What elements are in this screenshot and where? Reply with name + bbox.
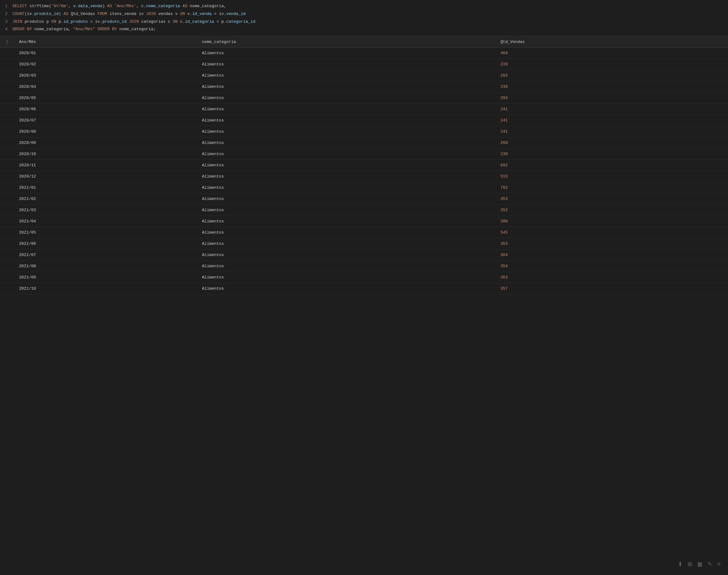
- cell-anomes: 2021/03: [14, 205, 197, 216]
- cell-anomes: 2021/02: [14, 194, 197, 205]
- sql-token: nome_categoria: [146, 4, 180, 8]
- row-menu-cell[interactable]: [0, 137, 14, 148]
- line-number: 4: [0, 26, 12, 33]
- table-view-button[interactable]: ⊞: [686, 560, 693, 569]
- cell-qtdvendas: 545: [495, 227, 728, 238]
- sql-token: AS: [64, 11, 69, 16]
- table-row: 2020/09Alimentos268: [0, 137, 728, 148]
- cell-anomes: 2021/10: [14, 283, 197, 294]
- row-menu-cell[interactable]: [0, 238, 14, 249]
- cell-qtdvendas: 363: [495, 272, 728, 283]
- cell-qtdvendas: 265: [495, 70, 728, 81]
- sql-token: id_produto: [64, 19, 88, 24]
- col-anomes-header[interactable]: Ano/Mês: [14, 36, 197, 48]
- sql-token: Qtd_Vendas: [68, 11, 98, 16]
- table-row: 2020/04Alimentos236: [0, 81, 728, 93]
- sql-token: COUNT: [12, 11, 25, 16]
- row-menu-cell[interactable]: [0, 48, 14, 59]
- cell-anomes: 2020/09: [14, 137, 197, 148]
- row-menu-cell[interactable]: [0, 205, 14, 216]
- row-menu-cell[interactable]: [0, 70, 14, 81]
- sql-line: 1SELECT strftime('%Y/%m', v.data_venda) …: [0, 2, 728, 10]
- sql-token: JOIN: [12, 19, 22, 24]
- bottom-toolbar: ⬇ ⊞ ▦ ✎ ≡: [677, 560, 722, 569]
- row-menu-cell[interactable]: [0, 81, 14, 93]
- table-row: 2020/11Alimentos692: [0, 160, 728, 171]
- cell-anomes: 2020/07: [14, 115, 197, 126]
- sql-token: strftime(: [27, 4, 51, 8]
- sql-token: c.: [178, 19, 185, 24]
- sql-token: , c.: [136, 4, 146, 8]
- col-qtdvendas-header[interactable]: Qtd_Vendas: [495, 36, 728, 48]
- sql-token: "Ano/Mês": [73, 27, 95, 31]
- row-menu-cell[interactable]: [0, 249, 14, 261]
- sql-token: produto_id: [34, 11, 59, 16]
- row-menu-cell[interactable]: [0, 182, 14, 194]
- cell-categoria: Alimentos: [197, 93, 495, 104]
- cell-qtdvendas: 268: [495, 137, 728, 148]
- cell-anomes: 2021/01: [14, 182, 197, 194]
- row-menu-cell[interactable]: [0, 283, 14, 294]
- table-row: 2020/12Alimentos515: [0, 171, 728, 182]
- sql-editor: 1SELECT strftime('%Y/%m', v.data_venda) …: [0, 0, 728, 36]
- sql-token: categorias c: [139, 19, 173, 24]
- cell-qtdvendas: 353: [495, 194, 728, 205]
- sql-token: ON: [173, 19, 178, 24]
- sql-token: id_categoria: [185, 19, 214, 24]
- cell-categoria: Alimentos: [197, 70, 495, 81]
- sql-line: 2COUNT(iv.produto_id) AS Qtd_Vendas FROM…: [0, 10, 728, 18]
- table-row: 2020/02Alimentos239: [0, 59, 728, 70]
- sql-token: AS: [182, 4, 187, 8]
- row-menu-cell[interactable]: [0, 171, 14, 182]
- cell-categoria: Alimentos: [197, 126, 495, 137]
- more-menu-button[interactable]: ≡: [716, 560, 722, 569]
- sql-line-content: GROUP BY nome_categoria, "Ano/Mês" ORDER…: [12, 26, 728, 33]
- col-categoria-header[interactable]: nome_categoria: [197, 36, 495, 48]
- sql-token: ON: [180, 11, 185, 16]
- cell-qtdvendas: 241: [495, 115, 728, 126]
- row-menu-cell[interactable]: [0, 115, 14, 126]
- row-menu-cell[interactable]: [0, 194, 14, 205]
- row-menu-cell[interactable]: [0, 126, 14, 137]
- cell-qtdvendas: 353: [495, 238, 728, 249]
- row-menu-cell[interactable]: [0, 148, 14, 160]
- sql-token: GROUP BY: [12, 27, 32, 31]
- row-menu-cell[interactable]: [0, 227, 14, 238]
- table-row: 2020/03Alimentos265: [0, 70, 728, 81]
- cell-anomes: 2020/11: [14, 160, 197, 171]
- row-menu-cell[interactable]: [0, 261, 14, 272]
- results-table: ⋮ Ano/Mês nome_categoria Qt: [0, 36, 728, 294]
- chart-view-button[interactable]: ▦: [696, 560, 704, 569]
- row-menu-cell[interactable]: [0, 93, 14, 104]
- line-number: 2: [0, 11, 12, 18]
- cell-categoria: Alimentos: [197, 261, 495, 272]
- cell-qtdvendas: 468: [495, 48, 728, 59]
- row-menu-cell[interactable]: [0, 272, 14, 283]
- cell-anomes: 2021/07: [14, 249, 197, 261]
- sql-token: JOIN: [146, 11, 156, 16]
- sql-token: (iv.: [25, 11, 34, 16]
- table-row: 2021/04Alimentos390: [0, 216, 728, 227]
- edit-button[interactable]: ✎: [706, 560, 714, 569]
- table-row: 2020/01Alimentos468: [0, 48, 728, 59]
- sql-line-content: JOIN produtos p ON p.id_produto = iv.pro…: [12, 19, 728, 25]
- cell-qtdvendas: 354: [495, 261, 728, 272]
- sql-token: 'Ano/Mês': [114, 4, 136, 8]
- sql-token: '%Y/%m': [51, 4, 69, 8]
- cell-categoria: Alimentos: [197, 272, 495, 283]
- table-row: 2021/01Alimentos702: [0, 182, 728, 194]
- results-area[interactable]: ⋮ Ano/Mês nome_categoria Qt: [0, 36, 728, 294]
- row-menu-cell[interactable]: [0, 160, 14, 171]
- download-button[interactable]: ⬇: [677, 560, 684, 569]
- cell-qtdvendas: 357: [495, 283, 728, 294]
- row-menu-cell[interactable]: [0, 59, 14, 70]
- cell-anomes: 2020/08: [14, 126, 197, 137]
- row-menu-cell[interactable]: [0, 216, 14, 227]
- sql-token: SELECT: [12, 4, 27, 8]
- sql-token: produto_id: [102, 19, 127, 24]
- cell-categoria: Alimentos: [197, 59, 495, 70]
- menu-dots-icon: ⋮: [5, 40, 9, 44]
- cell-anomes: 2020/12: [14, 171, 197, 182]
- row-menu-cell[interactable]: [0, 104, 14, 115]
- cell-categoria: Alimentos: [197, 48, 495, 59]
